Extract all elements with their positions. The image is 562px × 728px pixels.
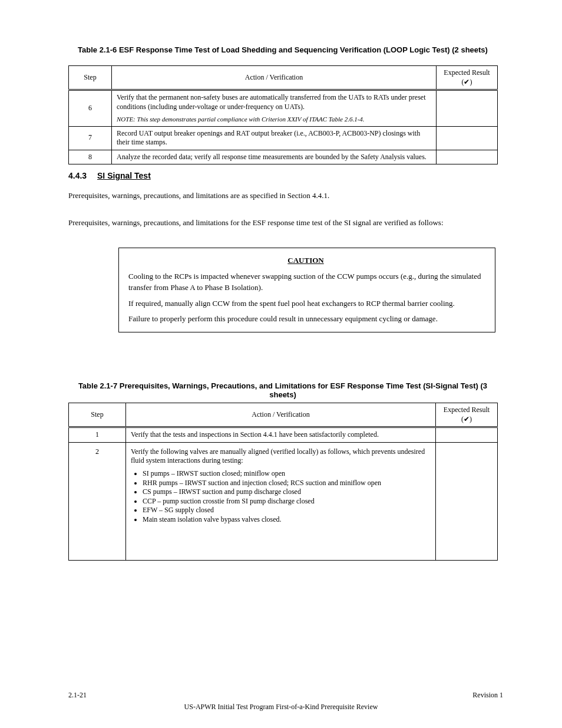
caution-heading: CAUTION bbox=[287, 256, 323, 265]
table1-step: 7 bbox=[69, 126, 112, 150]
section-number: 4.4.3 bbox=[68, 171, 87, 180]
paragraph-prereq-reference: Prerequisites, warnings, precautions, an… bbox=[68, 191, 497, 200]
caution-line: If required, manually align CCW from the… bbox=[128, 298, 485, 309]
footer-revision: Revision 1 bbox=[472, 691, 503, 700]
table1-result bbox=[437, 150, 498, 164]
section-title: SI Signal Test bbox=[97, 171, 151, 180]
table2-action: Verify the following valves are manually… bbox=[126, 442, 436, 560]
footer-doc-title: US-APWR Initial Test Program First-of-a-… bbox=[0, 703, 562, 711]
paragraph-prereq-intro: Prerequisites, warnings, precautions, an… bbox=[68, 218, 497, 228]
list-item: RHR pumps – IRWST suction and injection … bbox=[143, 479, 431, 488]
table-row: 1 Verify that the tests and inspections … bbox=[69, 427, 498, 443]
caution-line: Failure to properly perform this procedu… bbox=[128, 314, 485, 325]
table-row: 6 Verify that the permanent non-safety b… bbox=[69, 90, 498, 126]
table-row: 8 Analyze the recorded data; verify all … bbox=[69, 150, 498, 164]
list-item: EFW – SG supply closed bbox=[143, 506, 431, 515]
table2-header-action: Action / Verification bbox=[126, 403, 436, 427]
section-heading: 4.4.3 SI Signal Test bbox=[68, 171, 151, 180]
table1-step: 6 bbox=[69, 90, 112, 126]
table1-action: Verify that the permanent non-safety bus… bbox=[112, 90, 437, 126]
list-item: CS pumps – IRWST suction and pump discha… bbox=[143, 487, 431, 497]
table-row: 7 Record UAT output breaker openings and… bbox=[69, 126, 498, 150]
table1-header-action: Action / Verification bbox=[112, 66, 437, 90]
table2-header-result: Expected Result (✔) bbox=[436, 403, 498, 427]
table1-action: Analyze the recorded data; verify all re… bbox=[112, 150, 437, 164]
list-item: Main steam isolation valve bypass valves… bbox=[143, 515, 431, 525]
table-row: 2 Verify the following valves are manual… bbox=[69, 442, 498, 560]
table2: Step Action / Verification Expected Resu… bbox=[68, 403, 498, 561]
table1-caption: Table 2.1-6 ESF Response Time Test of Lo… bbox=[68, 45, 497, 54]
table1-result bbox=[437, 90, 498, 126]
table2-header-step: Step bbox=[69, 403, 126, 427]
table1-step: 8 bbox=[69, 150, 112, 164]
table1-result bbox=[437, 126, 498, 150]
table2-step: 2 bbox=[69, 442, 126, 560]
table1-header-result: Expected Result (✔) bbox=[437, 66, 498, 90]
table1-action: Record UAT output breaker openings and R… bbox=[112, 126, 437, 150]
list-item: CCP – pump suction crosstie from SI pump… bbox=[143, 497, 431, 506]
table2-result bbox=[436, 442, 498, 560]
table1-header-step: Step bbox=[69, 66, 112, 90]
caution-box: CAUTION Cooling to the RCPs is impacted … bbox=[118, 248, 495, 332]
table2-action: Verify that the tests and inspections in… bbox=[126, 427, 436, 443]
table2-result bbox=[436, 427, 498, 443]
footer-page-number: 2.1-21 bbox=[68, 691, 87, 700]
table1: Step Action / Verification Expected Resu… bbox=[68, 65, 498, 164]
list-item: SI pumps – IRWST suction closed; miniflo… bbox=[143, 469, 431, 479]
table2-step: 1 bbox=[69, 427, 126, 443]
caution-line: Cooling to the RCPs is impacted whenever… bbox=[128, 271, 485, 294]
table2-caption: Table 2.1-7 Prerequisites, Warnings, Pre… bbox=[68, 381, 497, 399]
table1-note: NOTE: This step demonstrates partial com… bbox=[117, 115, 431, 123]
